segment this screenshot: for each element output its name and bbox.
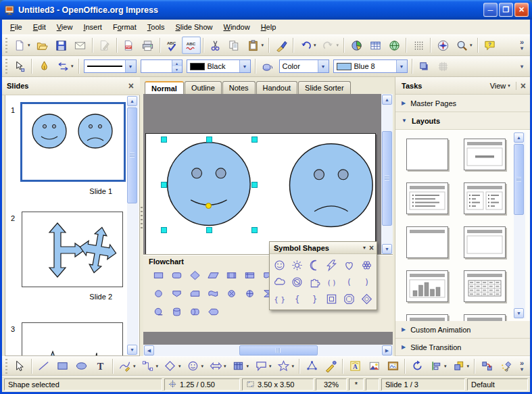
- scrollbar-thumb[interactable]: [239, 345, 318, 355]
- menu-window[interactable]: Window: [218, 21, 256, 33]
- print-button[interactable]: [139, 36, 158, 54]
- text-button[interactable]: T: [91, 358, 110, 375]
- tab-handout[interactable]: Handout: [256, 81, 298, 94]
- canvas-horizontal-scrollbar[interactable]: ◀ ▶: [143, 345, 393, 356]
- layout-thumbnail-partial[interactable]: [406, 314, 448, 321]
- basic-shapes-button[interactable]: ▾: [161, 358, 184, 375]
- tab-normal[interactable]: Normal: [145, 81, 184, 95]
- chart-button[interactable]: [347, 36, 366, 54]
- connector-shape-button[interactable]: [150, 285, 166, 301]
- toolbar-drag-handle[interactable]: [4, 359, 9, 374]
- flower-shape-button[interactable]: [359, 257, 375, 273]
- edit-points-mode-button[interactable]: [10, 57, 29, 75]
- toolbar-drag-handle[interactable]: [4, 38, 9, 53]
- selection-handle[interactable]: [161, 137, 167, 143]
- layout-thumbnail-title-content[interactable]: [464, 139, 506, 170]
- template-name[interactable]: Default: [467, 378, 528, 391]
- moon-shape-button[interactable]: [306, 257, 322, 273]
- line-color-select[interactable]: Black▼: [187, 59, 251, 73]
- heart-shape-button[interactable]: [341, 257, 358, 273]
- display-shape-button[interactable]: [205, 303, 221, 320]
- rotate-button[interactable]: [408, 358, 427, 375]
- chevron-down-icon[interactable]: ▾: [360, 245, 369, 251]
- open-button[interactable]: [33, 36, 52, 54]
- off-page-connector-shape-button[interactable]: [168, 285, 185, 301]
- format-paintbrush-button[interactable]: [272, 36, 291, 54]
- section-custom-animation[interactable]: ▶ Custom Animation: [395, 321, 530, 339]
- prohibited-shape-button[interactable]: [289, 274, 305, 290]
- adjustment-handle[interactable]: [205, 203, 212, 209]
- autospellcheck-button[interactable]: ABC: [182, 36, 201, 54]
- layout-thumbnail-title-table[interactable]: [464, 270, 506, 302]
- selection-handle[interactable]: [206, 137, 212, 143]
- magnetic-disk-shape-button[interactable]: [168, 303, 185, 320]
- symbol-shapes-button[interactable]: ▾: [184, 358, 207, 375]
- fill-type-select[interactable]: Color▼: [279, 59, 329, 73]
- decision-shape-button[interactable]: [187, 267, 203, 283]
- direct-access-storage-shape-button[interactable]: [187, 303, 203, 320]
- puzzle-shape-button[interactable]: [306, 274, 322, 290]
- table-button[interactable]: [366, 36, 385, 54]
- layout-thumbnail-partial[interactable]: [464, 314, 506, 321]
- spellcheck-button[interactable]: ABC: [163, 36, 182, 54]
- tasks-panel-close-button[interactable]: ×: [521, 80, 526, 91]
- slides-scrollbar[interactable]: ▲ ▼: [127, 96, 139, 355]
- animation-button[interactable]: [496, 358, 515, 375]
- align-button[interactable]: ▾: [427, 358, 450, 375]
- line-width-input[interactable]: ▲▼: [141, 59, 183, 73]
- zoom-button[interactable]: ▾: [452, 36, 475, 54]
- display-grid-button[interactable]: [409, 36, 428, 54]
- section-layouts[interactable]: ▼ Layouts: [395, 112, 530, 130]
- scroll-right-icon[interactable]: ▶: [382, 345, 392, 355]
- arrow-style-button[interactable]: ▾: [53, 57, 76, 75]
- selection-handle[interactable]: [251, 227, 258, 233]
- menu-edit[interactable]: Edit: [28, 21, 51, 33]
- internal-storage-shape-button[interactable]: [241, 267, 258, 283]
- arrange-button[interactable]: ▾: [450, 358, 473, 375]
- double-brace-shape-button[interactable]: { }: [271, 291, 287, 307]
- punched-tape-shape-button[interactable]: [205, 285, 221, 301]
- shadow-button[interactable]: [415, 57, 434, 75]
- toolbar-drag-handle[interactable]: [4, 59, 9, 74]
- line-style-select[interactable]: ▼: [84, 59, 137, 73]
- copy-button[interactable]: [225, 36, 244, 54]
- layout-thumbnail-title-box[interactable]: [464, 226, 506, 258]
- area-dialog-button[interactable]: [258, 57, 277, 75]
- selection-handle[interactable]: [161, 227, 167, 233]
- data-shape-button[interactable]: [205, 267, 221, 283]
- line-button[interactable]: [34, 358, 53, 375]
- tab-slide-sorter[interactable]: Slide Sorter: [298, 81, 350, 94]
- title-bar[interactable]: Untitled3 - OpenOffice.org Impress ─ ❐ ✕: [0, 0, 532, 20]
- gallery-button[interactable]: [383, 358, 402, 375]
- right-bracket-shape-button[interactable]: ): [359, 274, 375, 290]
- slide-thumbnail-2[interactable]: [22, 212, 123, 287]
- scrollbar-thumb[interactable]: [127, 107, 137, 203]
- diamond-bevel-shape-button[interactable]: [359, 291, 375, 307]
- save-button[interactable]: [52, 36, 71, 54]
- flowcharts-button[interactable]: ▾: [229, 358, 252, 375]
- rectangle-button[interactable]: [53, 358, 72, 375]
- fill-color-select[interactable]: Blue 8▼: [333, 59, 408, 73]
- edit-points-button[interactable]: [302, 358, 321, 375]
- section-slide-transition[interactable]: ▶ Slide Transition: [395, 339, 530, 356]
- tab-outline[interactable]: Outline: [185, 81, 222, 94]
- undo-button[interactable]: ▾: [296, 36, 319, 54]
- tasks-view-menu[interactable]: View▾: [490, 82, 516, 90]
- connector-button[interactable]: ▾: [138, 358, 161, 375]
- sequential-access-shape-button[interactable]: [150, 303, 166, 320]
- layout-thumbnail-title-chart[interactable]: [406, 270, 448, 302]
- menu-slide-show[interactable]: Slide Show: [170, 21, 218, 33]
- scrollbar-thumb[interactable]: [514, 144, 524, 215]
- symbol-shapes-titlebar[interactable]: Symbol Shapes ▾ ×: [270, 242, 377, 254]
- layouts-scrollbar[interactable]: ▲▼: [514, 132, 525, 318]
- layout-thumbnail-title-bullets[interactable]: [406, 182, 448, 214]
- toolbar-overflow-button[interactable]: ▾: [515, 64, 530, 70]
- toolbar-overflow-button[interactable]: »▾: [515, 360, 530, 372]
- layout-thumbnail-blank[interactable]: [406, 139, 448, 170]
- hyperlink-button[interactable]: [385, 36, 404, 54]
- position-indicator[interactable]: 1.25 / 0.50: [164, 378, 240, 391]
- cut-button[interactable]: [206, 36, 225, 54]
- slide-thumbnail-1[interactable]: [20, 102, 126, 182]
- layout-thumbnail-title-only[interactable]: [406, 226, 448, 258]
- block-arrows-button[interactable]: ▾: [206, 358, 229, 375]
